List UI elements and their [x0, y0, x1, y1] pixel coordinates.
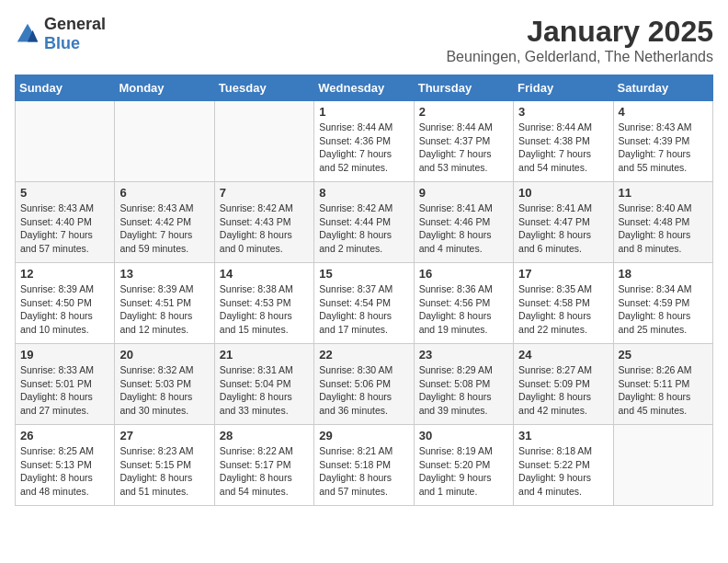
day-info: Sunrise: 8:31 AM Sunset: 5:04 PM Dayligh… [220, 363, 309, 418]
header-day-friday: Friday [514, 75, 613, 101]
day-info: Sunrise: 8:35 AM Sunset: 4:58 PM Dayligh… [518, 282, 608, 337]
day-number: 30 [419, 429, 508, 442]
day-info: Sunrise: 8:22 AM Sunset: 5:17 PM Dayligh… [220, 444, 309, 499]
month-title: January 2025 [446, 15, 713, 49]
day-info: Sunrise: 8:43 AM Sunset: 4:39 PM Dayligh… [619, 121, 708, 175]
calendar-cell: 21Sunrise: 8:31 AM Sunset: 5:04 PM Dayli… [214, 344, 313, 425]
header-day-saturday: Saturday [613, 75, 712, 101]
day-info: Sunrise: 8:38 AM Sunset: 4:53 PM Dayligh… [220, 282, 309, 337]
calendar-week-row: 26Sunrise: 8:25 AM Sunset: 5:13 PM Dayli… [16, 425, 713, 506]
day-info: Sunrise: 8:36 AM Sunset: 4:56 PM Dayligh… [419, 282, 508, 337]
day-number: 20 [119, 348, 209, 362]
day-number: 5 [20, 186, 109, 200]
day-number: 27 [119, 429, 209, 442]
day-info: Sunrise: 8:42 AM Sunset: 4:43 PM Dayligh… [220, 201, 309, 256]
day-number: 28 [220, 429, 309, 442]
calendar-cell: 10Sunrise: 8:41 AM Sunset: 4:47 PM Dayli… [514, 182, 613, 263]
day-number: 24 [518, 348, 608, 362]
day-number: 14 [220, 267, 309, 281]
calendar-cell: 2Sunrise: 8:44 AM Sunset: 4:37 PM Daylig… [414, 101, 513, 182]
calendar-week-row: 5Sunrise: 8:43 AM Sunset: 4:40 PM Daylig… [16, 182, 713, 263]
header-day-monday: Monday [115, 75, 214, 101]
day-number: 25 [619, 348, 708, 362]
day-number: 4 [619, 105, 708, 119]
day-info: Sunrise: 8:42 AM Sunset: 4:44 PM Dayligh… [319, 201, 408, 256]
day-number: 17 [518, 267, 608, 281]
header-day-sunday: Sunday [16, 75, 115, 101]
calendar-cell: 28Sunrise: 8:22 AM Sunset: 5:17 PM Dayli… [214, 425, 313, 506]
day-info: Sunrise: 8:33 AM Sunset: 5:01 PM Dayligh… [20, 363, 109, 418]
day-info: Sunrise: 8:44 AM Sunset: 4:38 PM Dayligh… [518, 121, 608, 175]
calendar-cell: 31Sunrise: 8:18 AM Sunset: 5:22 PM Dayli… [514, 425, 613, 506]
calendar-cell: 27Sunrise: 8:23 AM Sunset: 5:15 PM Dayli… [115, 425, 214, 506]
title-area: January 2025 Beuningen, Gelderland, The … [446, 15, 713, 65]
day-info: Sunrise: 8:39 AM Sunset: 4:50 PM Dayligh… [20, 282, 109, 337]
day-number: 3 [518, 105, 608, 119]
logo-icon [15, 21, 40, 47]
header: General Blue January 2025 Beuningen, Gel… [15, 15, 713, 65]
calendar-cell: 20Sunrise: 8:32 AM Sunset: 5:03 PM Dayli… [115, 344, 214, 425]
calendar-cell: 19Sunrise: 8:33 AM Sunset: 5:01 PM Dayli… [16, 344, 115, 425]
day-info: Sunrise: 8:23 AM Sunset: 5:15 PM Dayligh… [119, 444, 209, 499]
day-info: Sunrise: 8:44 AM Sunset: 4:37 PM Dayligh… [419, 121, 508, 175]
calendar-cell: 7Sunrise: 8:42 AM Sunset: 4:43 PM Daylig… [214, 182, 313, 263]
calendar-header-row: SundayMondayTuesdayWednesdayThursdayFrid… [16, 75, 713, 101]
day-number: 2 [419, 105, 508, 119]
day-number: 8 [319, 186, 408, 200]
logo: General Blue [15, 15, 106, 53]
day-number: 12 [20, 267, 109, 281]
calendar-cell: 9Sunrise: 8:41 AM Sunset: 4:46 PM Daylig… [414, 182, 513, 263]
calendar-cell [16, 101, 115, 182]
calendar-cell: 5Sunrise: 8:43 AM Sunset: 4:40 PM Daylig… [16, 182, 115, 263]
day-number: 26 [20, 429, 109, 442]
day-info: Sunrise: 8:43 AM Sunset: 4:42 PM Dayligh… [119, 201, 209, 256]
day-info: Sunrise: 8:27 AM Sunset: 5:09 PM Dayligh… [518, 363, 608, 418]
day-number: 9 [419, 186, 508, 200]
calendar-cell: 17Sunrise: 8:35 AM Sunset: 4:58 PM Dayli… [514, 263, 613, 344]
day-number: 7 [220, 186, 309, 200]
day-number: 19 [20, 348, 109, 362]
day-info: Sunrise: 8:41 AM Sunset: 4:46 PM Dayligh… [419, 201, 508, 256]
day-info: Sunrise: 8:40 AM Sunset: 4:48 PM Dayligh… [619, 201, 708, 256]
day-number: 22 [319, 348, 408, 362]
day-number: 29 [319, 429, 408, 442]
calendar-cell: 18Sunrise: 8:34 AM Sunset: 4:59 PM Dayli… [613, 263, 712, 344]
calendar-week-row: 19Sunrise: 8:33 AM Sunset: 5:01 PM Dayli… [16, 344, 713, 425]
day-number: 31 [518, 429, 608, 442]
day-number: 11 [619, 186, 708, 200]
day-info: Sunrise: 8:39 AM Sunset: 4:51 PM Dayligh… [119, 282, 209, 337]
day-number: 16 [419, 267, 508, 281]
day-number: 6 [119, 186, 209, 200]
calendar-cell: 25Sunrise: 8:26 AM Sunset: 5:11 PM Dayli… [613, 344, 712, 425]
day-info: Sunrise: 8:21 AM Sunset: 5:18 PM Dayligh… [319, 444, 408, 499]
day-info: Sunrise: 8:19 AM Sunset: 5:20 PM Dayligh… [419, 444, 508, 499]
calendar-cell: 6Sunrise: 8:43 AM Sunset: 4:42 PM Daylig… [115, 182, 214, 263]
day-info: Sunrise: 8:25 AM Sunset: 5:13 PM Dayligh… [20, 444, 109, 499]
calendar-cell: 11Sunrise: 8:40 AM Sunset: 4:48 PM Dayli… [613, 182, 712, 263]
calendar-cell: 1Sunrise: 8:44 AM Sunset: 4:36 PM Daylig… [314, 101, 414, 182]
calendar-week-row: 1Sunrise: 8:44 AM Sunset: 4:36 PM Daylig… [16, 101, 713, 182]
logo-general: General [44, 15, 106, 33]
calendar-cell: 8Sunrise: 8:42 AM Sunset: 4:44 PM Daylig… [314, 182, 414, 263]
day-info: Sunrise: 8:37 AM Sunset: 4:54 PM Dayligh… [319, 282, 408, 337]
location-title: Beuningen, Gelderland, The Netherlands [446, 49, 713, 65]
day-info: Sunrise: 8:34 AM Sunset: 4:59 PM Dayligh… [619, 282, 708, 337]
header-day-thursday: Thursday [414, 75, 513, 101]
calendar-week-row: 12Sunrise: 8:39 AM Sunset: 4:50 PM Dayli… [16, 263, 713, 344]
day-number: 1 [319, 105, 408, 119]
calendar-cell: 14Sunrise: 8:38 AM Sunset: 4:53 PM Dayli… [214, 263, 313, 344]
calendar-cell [214, 101, 313, 182]
calendar-cell [613, 425, 712, 506]
calendar-cell: 3Sunrise: 8:44 AM Sunset: 4:38 PM Daylig… [514, 101, 613, 182]
calendar-cell: 16Sunrise: 8:36 AM Sunset: 4:56 PM Dayli… [414, 263, 513, 344]
day-info: Sunrise: 8:30 AM Sunset: 5:06 PM Dayligh… [319, 363, 408, 418]
header-day-wednesday: Wednesday [314, 75, 414, 101]
calendar-cell [115, 101, 214, 182]
calendar-cell: 24Sunrise: 8:27 AM Sunset: 5:09 PM Dayli… [514, 344, 613, 425]
day-number: 15 [319, 267, 408, 281]
calendar-cell: 22Sunrise: 8:30 AM Sunset: 5:06 PM Dayli… [314, 344, 414, 425]
day-info: Sunrise: 8:26 AM Sunset: 5:11 PM Dayligh… [619, 363, 708, 418]
day-info: Sunrise: 8:41 AM Sunset: 4:47 PM Dayligh… [518, 201, 608, 256]
calendar-cell: 12Sunrise: 8:39 AM Sunset: 4:50 PM Dayli… [16, 263, 115, 344]
day-info: Sunrise: 8:32 AM Sunset: 5:03 PM Dayligh… [119, 363, 209, 418]
